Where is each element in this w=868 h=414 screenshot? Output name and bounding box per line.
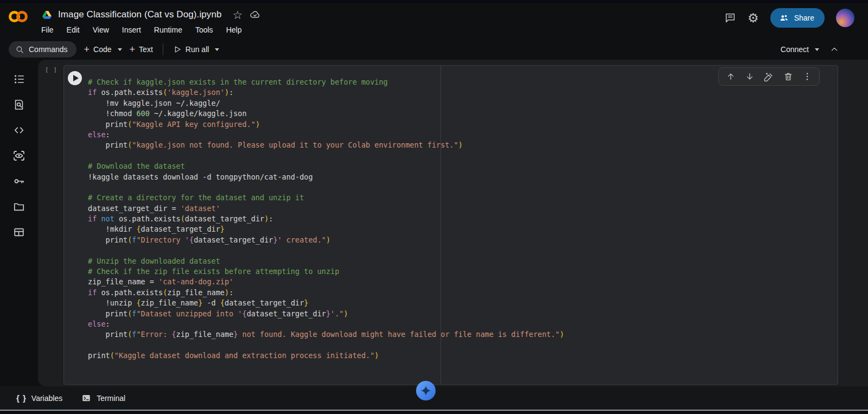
- table-of-contents-icon[interactable]: [12, 73, 25, 86]
- header-actions: ⚙ Share: [724, 8, 854, 28]
- play-icon: [173, 45, 182, 54]
- eye-scan-icon[interactable]: [12, 149, 25, 162]
- code-line: print(f"Directory '{dataset_target_dir}'…: [88, 235, 832, 245]
- people-icon: [778, 13, 789, 23]
- gemini-spark-button[interactable]: [416, 381, 436, 400]
- colab-logo[interactable]: [9, 11, 28, 22]
- terminal-button[interactable]: Terminal: [81, 393, 125, 403]
- plus-icon: +: [130, 44, 136, 54]
- add-text-button[interactable]: + Text: [130, 44, 153, 54]
- code-line: print("Kaggle API key configured."): [88, 119, 832, 130]
- braces-icon: { }: [16, 393, 27, 403]
- connect-button[interactable]: Connect: [781, 45, 819, 54]
- avatar[interactable]: [836, 9, 854, 27]
- code-line: if os.path.exists(zip_file_name):: [88, 288, 832, 298]
- menu-item-help[interactable]: Help: [226, 26, 242, 34]
- code-line: else:: [88, 130, 832, 140]
- menu-item-file[interactable]: File: [41, 26, 54, 34]
- code-cell[interactable]: # Check if kaggle.json exists in the cur…: [63, 65, 838, 385]
- code-line: [88, 151, 832, 161]
- notebook-toolbar: Commands + Code + Text Run all C: [0, 39, 868, 60]
- chevron-down-icon: [215, 48, 219, 51]
- menu-item-runtime[interactable]: Runtime: [154, 26, 182, 34]
- colab-logo-right-ring: [16, 11, 28, 22]
- title-row: Image Classification (Cat vs Dog).ipynb …: [42, 8, 261, 22]
- gemini-star-icon: [420, 385, 432, 397]
- variables-button[interactable]: { } Variables: [16, 393, 62, 403]
- secrets-key-icon[interactable]: [12, 175, 25, 188]
- menu-item-edit[interactable]: Edit: [67, 26, 80, 34]
- code-line: print("kaggle.json not found. Please upl…: [88, 140, 832, 150]
- code-line: [88, 340, 832, 351]
- cell-toolbar: [718, 67, 820, 86]
- code-line: !mv kaggle.json ~/.kaggle/: [88, 98, 832, 109]
- code-snippets-icon[interactable]: [12, 124, 25, 137]
- star-icon[interactable]: ☆: [233, 9, 243, 21]
- menu-item-insert[interactable]: Insert: [122, 26, 141, 34]
- run-all-button[interactable]: Run all: [173, 45, 220, 54]
- left-sidebar-rail: [0, 60, 38, 386]
- find-and-replace-icon[interactable]: [12, 98, 25, 111]
- code-line: [88, 182, 832, 193]
- move-cell-up-icon[interactable]: [726, 72, 736, 81]
- chevron-down-icon: [815, 48, 819, 51]
- run-cell-button[interactable]: [68, 71, 82, 85]
- notebook-title[interactable]: Image Classification (Cat vs Dog).ipynb: [58, 9, 222, 20]
- data-table-icon[interactable]: [12, 226, 25, 239]
- commands-label: Commands: [29, 45, 68, 54]
- code-line: if os.path.exists('kaggle.json'):: [88, 87, 832, 98]
- terminal-icon: [81, 393, 92, 403]
- execution-count-indicator: [ ]: [45, 66, 58, 73]
- code-line: !kaggle datasets download -d tongpython/…: [88, 172, 832, 182]
- google-drive-icon: [42, 11, 52, 19]
- menu-item-view[interactable]: View: [93, 26, 109, 34]
- plus-icon: +: [84, 44, 90, 54]
- files-folder-icon[interactable]: [12, 200, 25, 213]
- delete-cell-icon[interactable]: [783, 72, 793, 81]
- code-line: !unzip {zip_file_name} -d {dataset_targe…: [88, 298, 832, 308]
- code-editor[interactable]: # Check if kaggle.json exists in the cur…: [88, 77, 832, 361]
- more-options-kebab-icon[interactable]: [802, 72, 812, 81]
- code-line: zip_file_name = 'cat-and-dog.zip': [88, 277, 832, 287]
- move-cell-down-icon[interactable]: [745, 72, 755, 81]
- code-line: # Download the dataset: [88, 161, 832, 171]
- comment-icon[interactable]: [724, 12, 736, 24]
- play-icon: [73, 75, 79, 81]
- menu-item-tools[interactable]: Tools: [195, 26, 213, 34]
- code-line: !chmod 600 ~/.kaggle/kaggle.json: [88, 109, 832, 119]
- toolbar-divider: [163, 43, 163, 55]
- chevron-down-icon: [118, 48, 122, 51]
- settings-gear-icon[interactable]: ⚙: [748, 12, 759, 24]
- code-line: else:: [88, 319, 832, 329]
- commands-button[interactable]: Commands: [9, 41, 76, 58]
- collapse-header-icon[interactable]: [830, 45, 839, 54]
- code-line: [88, 245, 832, 256]
- code-line: dataset_target_dir = 'dataset': [88, 203, 832, 214]
- menu-bar: FileEditViewInsertRuntimeToolsHelp: [41, 26, 241, 34]
- code-line: if not os.path.exists(dataset_target_dir…: [88, 214, 832, 224]
- toolbar-right: Connect: [781, 39, 839, 60]
- code-line: # Unzip the downloaded dataset: [88, 256, 832, 266]
- share-button[interactable]: Share: [770, 8, 825, 28]
- edit-with-ai-icon[interactable]: [764, 72, 774, 82]
- code-line: print(f"Error: {zip_file_name} not found…: [88, 329, 832, 340]
- code-line: print("Kaggle dataset download and extra…: [88, 351, 832, 361]
- notebook-panel: [ ] # Check if kaggle.json exists in the…: [38, 60, 868, 386]
- cloud-saved-icon[interactable]: [249, 9, 261, 20]
- toolbar-left: Commands + Code + Text Run all: [9, 39, 219, 60]
- code-line: !mkdir {dataset_target_dir}: [88, 224, 832, 234]
- screen-bottom-edge: [0, 410, 868, 414]
- share-label: Share: [794, 14, 814, 22]
- search-icon: [15, 45, 24, 54]
- header: Image Classification (Cat vs Dog).ipynb …: [0, 3, 868, 39]
- code-line: # Create a directory for the dataset and…: [88, 193, 832, 203]
- add-code-button[interactable]: + Code: [84, 44, 122, 54]
- code-line: print(f"Dataset unzipped into '{dataset_…: [88, 309, 832, 319]
- code-line: # Check if the zip file exists before at…: [88, 266, 832, 277]
- colab-window: Image Classification (Cat vs Dog).ipynb …: [0, 0, 868, 414]
